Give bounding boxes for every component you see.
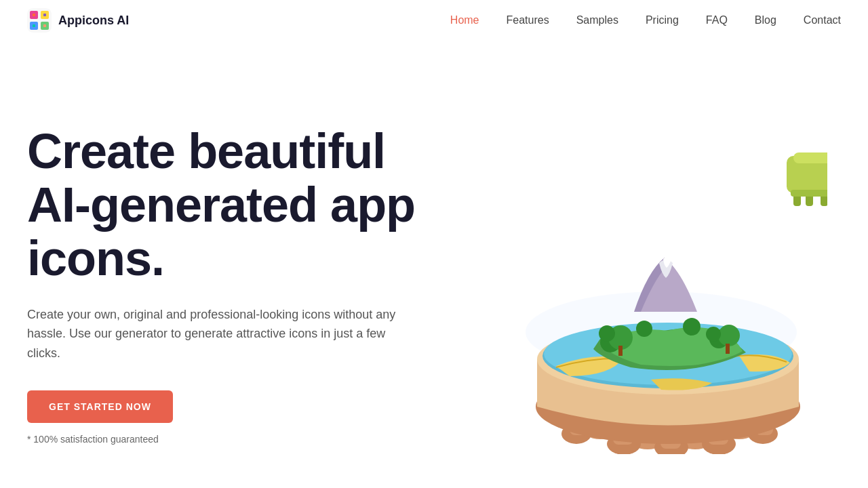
nav-faq[interactable]: FAQ (706, 14, 728, 26)
svg-rect-8 (43, 24, 46, 27)
svg-rect-5 (33, 14, 35, 16)
svg-point-37 (718, 325, 740, 346)
nav-pricing[interactable]: Pricing (646, 14, 679, 26)
hero-illustration (475, 68, 841, 488)
nav-blog[interactable]: Blog (755, 14, 776, 26)
svg-point-41 (683, 318, 701, 336)
svg-rect-66 (793, 152, 827, 163)
brand-name: Appicons AI (58, 14, 129, 28)
app-logo-icon (27, 8, 52, 33)
svg-rect-39 (726, 344, 730, 354)
nav-features[interactable]: Features (507, 14, 549, 26)
svg-rect-35 (618, 346, 623, 356)
nav-menu: Home Features Samples Pricing FAQ Blog C… (450, 14, 841, 26)
hero-section: Create beautiful AI-generated app icons.… (0, 41, 868, 488)
nav-samples[interactable]: Samples (576, 14, 618, 26)
svg-rect-71 (791, 190, 827, 197)
brand-logo[interactable]: Appicons AI (27, 8, 129, 33)
nav-contact[interactable]: Contact (804, 14, 841, 26)
svg-point-38 (706, 327, 721, 342)
get-started-button[interactable]: GET STARTED NOW (27, 390, 173, 423)
svg-point-34 (599, 325, 615, 342)
nav-home[interactable]: Home (450, 14, 479, 26)
island-3d (488, 75, 827, 454)
svg-point-54 (748, 174, 778, 195)
hero-subtitle: Create your own, original and profession… (27, 305, 420, 363)
guarantee-text: * 100% satisfaction guaranteed (27, 434, 475, 445)
svg-rect-7 (33, 24, 35, 27)
navbar: Appicons AI Home Features Samples Pricin… (0, 0, 868, 41)
hero-content: Create beautiful AI-generated app icons.… (27, 111, 475, 445)
hero-title: Create beautiful AI-generated app icons. (27, 125, 475, 286)
svg-point-40 (636, 321, 652, 337)
svg-rect-6 (43, 14, 46, 16)
